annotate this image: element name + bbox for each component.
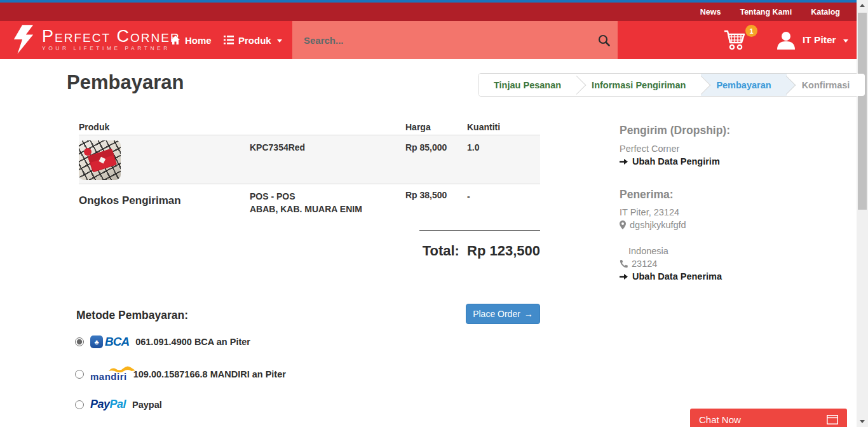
- topbar-link-news[interactable]: News: [700, 8, 721, 17]
- brand-logo[interactable]: Perfect Corner YOUR LIFETIME PARTNER: [11, 25, 180, 54]
- payment-option-bca: ♣ BCA 061.091.4900 BCA an Piter: [75, 335, 250, 349]
- sender-name: Perfect Corner: [620, 144, 679, 154]
- product-sku: KPC7354Red: [250, 142, 305, 152]
- nav-home-label: Home: [185, 35, 212, 46]
- scrollbar-thumb[interactable]: [858, 13, 867, 210]
- recipient-country: Indonesia: [628, 246, 668, 256]
- nav-produk-label: Produk: [238, 35, 271, 46]
- scroll-up-button[interactable]: [857, 0, 868, 11]
- mandiri-wave-icon: [108, 366, 136, 372]
- brand-name: Perfect Corner: [42, 27, 180, 45]
- topbar-link-tentang-kami[interactable]: Tentang Kami: [740, 8, 792, 17]
- recipient-address-row: dgshjkykufgfd: [620, 220, 686, 230]
- search-input[interactable]: [292, 21, 590, 59]
- paypal-logo: PayPal: [90, 398, 126, 411]
- product-thumbnail: [79, 140, 121, 180]
- total-divider: [419, 230, 540, 231]
- edit-sender-link[interactable]: Ubah Data Pengirim: [620, 156, 720, 166]
- user-menu[interactable]: IT Piter: [775, 21, 848, 59]
- col-header-produk: Produk: [79, 122, 109, 132]
- triangle-down-icon: [860, 420, 865, 423]
- checkout-steps: Tinjau Pesanan Informasi Pengiriman Pemb…: [478, 73, 865, 97]
- user-name: IT Piter: [803, 34, 836, 46]
- step-pembayaran: Pembayaran: [701, 74, 786, 96]
- topbar: News Tentang Kami Katalog: [0, 3, 857, 21]
- radio-paypal[interactable]: [75, 400, 84, 409]
- step-konfirmasi: Konfirmasi: [787, 74, 865, 96]
- triangle-up-icon: [860, 4, 865, 7]
- bca-emblem-icon: ♣: [90, 336, 103, 348]
- cart-button[interactable]: 1: [722, 26, 755, 55]
- recipient-phone-row: 23124: [620, 259, 657, 269]
- radio-bca[interactable]: [75, 337, 84, 346]
- place-order-button[interactable]: Place Order →: [466, 304, 540, 324]
- radio-mandiri[interactable]: [75, 370, 84, 379]
- search-button[interactable]: [590, 21, 618, 59]
- brand-tagline: YOUR LIFETIME PARTNER: [42, 45, 180, 51]
- step-tinjau-pesanan[interactable]: Tinjau Pesanan: [478, 74, 576, 96]
- phone-icon: [620, 260, 628, 268]
- step-label: Pembayaran: [716, 80, 771, 90]
- order-total: Total: Rp 123,500: [305, 243, 540, 259]
- sender-heading: Pengirim (Dropship):: [620, 124, 730, 137]
- vertical-scrollbar: [857, 0, 868, 427]
- recipient-phone: 23124: [632, 259, 657, 269]
- col-header-harga: Harga: [405, 122, 431, 132]
- arrow-right-icon: [620, 158, 628, 165]
- payment-option-label: 061.091.4900 BCA an Piter: [135, 337, 250, 347]
- topbar-link-katalog[interactable]: Katalog: [811, 8, 840, 17]
- nav-home[interactable]: Home: [170, 21, 212, 59]
- payment-methods-heading: Metode Pembayaran:: [76, 309, 188, 322]
- payment-option-paypal: PayPal Paypal: [75, 398, 162, 411]
- shipping-destination: ABAB, KAB. MUARA ENIM: [250, 203, 362, 215]
- payment-option-label: 109.00.1587166.8 MANDIRI an Piter: [133, 369, 286, 379]
- product-qty: 1.0: [467, 142, 479, 152]
- shipping-cost-label: Ongkos Pengiriman: [79, 194, 181, 207]
- cart-count-badge: 1: [745, 25, 757, 37]
- chat-now-button[interactable]: Chat Now: [690, 409, 847, 427]
- shipping-qty: -: [467, 191, 470, 201]
- recipient-address: dgshjkykufgfd: [630, 220, 686, 230]
- cart-icon: [722, 26, 749, 53]
- total-value: Rp 123,500: [467, 243, 540, 259]
- chat-now-label: Chat Now: [699, 414, 827, 425]
- arrow-right-icon: →: [524, 309, 533, 319]
- home-icon: [170, 35, 180, 45]
- checkout-page: News Tentang Kami Katalog Perfect Corner…: [0, 0, 868, 427]
- chat-window-icon: [827, 415, 838, 424]
- brand-mark-icon: [11, 25, 36, 54]
- place-order-label: Place Order: [473, 309, 520, 319]
- chevron-down-icon: [277, 39, 282, 43]
- user-icon: [775, 29, 797, 51]
- step-label: Informasi Pengiriman: [592, 80, 686, 90]
- payment-option-label: Paypal: [132, 400, 162, 410]
- chevron-down-icon: [843, 39, 848, 43]
- scroll-down-button[interactable]: [857, 416, 868, 427]
- recipient-name: IT Piter, 23124: [620, 207, 679, 217]
- shipping-price: Rp 38,500: [405, 190, 447, 200]
- map-pin-icon: [620, 220, 626, 229]
- arrow-right-icon: [620, 273, 628, 280]
- payment-option-mandiri: mandiri 109.00.1587166.8 MANDIRI an Pite…: [75, 366, 286, 383]
- step-informasi-pengiriman[interactable]: Informasi Pengiriman: [576, 74, 701, 96]
- page-title: Pembayaran: [67, 71, 184, 94]
- col-header-kuantiti: Kuantiti: [467, 122, 500, 132]
- recipient-heading: Penerima:: [620, 188, 674, 201]
- bca-logo: ♣ BCA: [90, 335, 129, 349]
- search-bar: [292, 21, 618, 59]
- total-label: Total:: [423, 243, 459, 259]
- list-icon: [224, 36, 234, 44]
- search-icon: [598, 34, 610, 46]
- step-label: Tinjau Pesanan: [494, 80, 561, 90]
- edit-recipient-link[interactable]: Ubah Data Penerima: [620, 271, 722, 281]
- mandiri-logo: mandiri: [90, 366, 127, 383]
- step-label: Konfirmasi: [802, 80, 850, 90]
- shipping-method: POS - POS: [250, 190, 295, 203]
- product-price: Rp 85,000: [405, 142, 447, 152]
- header: Perfect Corner YOUR LIFETIME PARTNER Hom…: [0, 21, 857, 59]
- nav-produk[interactable]: Produk: [224, 21, 282, 59]
